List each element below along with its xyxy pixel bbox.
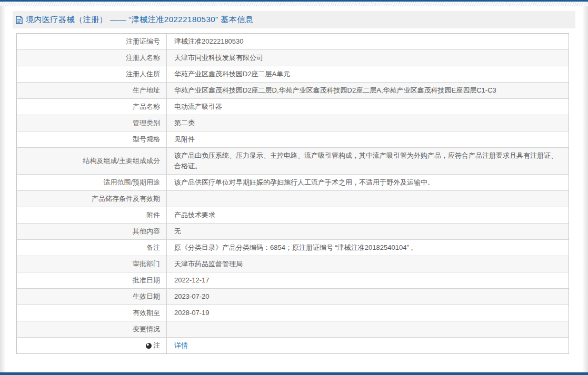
row-label: 注册证编号 [17,34,167,49]
table-row: 结构及组成/主要组成成分 该产品由负压系统、压力显示、主控电路、流产吸引管构成，… [17,147,569,174]
table-row: 有效期至 2028-07-19 [17,305,569,321]
row-value: 华苑产业区鑫茂科技园D2座二层A单元 [167,66,569,82]
row-label: 生效日期 [17,289,167,305]
table-row: 备注 原《分类目录》产品分类编码：6854；原注册证编号 “津械注准201825… [17,239,569,256]
row-value [167,191,569,207]
row-value: 天津市药品监督管理局 [167,256,569,272]
right-edge-shadow [582,6,588,372]
table-row: 型号规格 见附件 [17,131,569,147]
table-row: 其他内容 无 [17,223,569,239]
note-bullet-icon [146,343,152,349]
row-label: 适用范围/预期用途 [17,175,167,190]
table-row: 注册人名称 天津市同业科技发展有限公司 [17,49,569,66]
row-label: 生产地址 [17,83,167,98]
row-label: 管理类别 [17,115,167,131]
row-label: 批准日期 [17,272,167,288]
row-value: 2022-12-17 [167,272,569,288]
table-row: 适用范围/预期用途 该产品供医疗单位对早期妊娠的孕妇施行人工流产手术之用，不适用… [17,174,569,190]
table-row: 审批部门 天津市药品监督管理局 [17,256,569,272]
row-value: 2023-07-20 [167,289,569,305]
row-value: 产品技术要求 [167,207,569,223]
table-row: 附件 产品技术要求 [17,207,569,223]
row-label: 注册人住所 [17,66,167,82]
row-value: 详情 [167,338,569,353]
row-value: 无 [167,224,569,239]
row-label: 其他内容 [17,224,167,239]
row-label: 审批部门 [17,256,167,272]
row-label: 备注 [17,240,167,256]
row-value: 2028-07-19 [167,305,569,321]
row-label: 注册人名称 [17,50,167,66]
top-striped-band [0,2,588,6]
row-value: 电动流产吸引器 [167,99,569,115]
page-title: 境内医疗器械（注册） —— “津械注准20222180530” 基本信息 [26,15,253,25]
row-label: 结构及组成/主要组成成分 [17,148,167,174]
document-icon [15,16,23,24]
table-row: 产品名称 电动流产吸引器 [17,98,569,115]
row-label: 有效期至 [17,305,167,321]
table-row: 产品储存条件及有效期 [17,190,569,207]
table-row: 管理类别 第二类 [17,115,569,131]
row-value: 该产品供医疗单位对早期妊娠的孕妇施行人工流产手术之用，不适用于野外及运输中。 [167,175,569,190]
table-row: 生产地址 华苑产业区鑫茂科技园D2座二层D,华苑产业区鑫茂科技园D2座二层A,华… [17,82,569,98]
table-row: 批准日期 2022-12-17 [17,272,569,288]
note-label: 注 [153,340,160,351]
details-link[interactable]: 详情 [174,340,188,351]
row-value: 津械注准20222180530 [167,34,569,49]
table-row: 变更情况 [17,321,569,337]
registration-info-table: 注册证编号 津械注准20222180530 注册人名称 天津市同业科技发展有限公… [16,33,569,354]
row-label: 型号规格 [17,131,167,147]
table-row-note: 注 详情 [17,337,569,353]
row-value: 华苑产业区鑫茂科技园D2座二层D,华苑产业区鑫茂科技园D2座二层A,华苑产业区鑫… [167,83,569,98]
row-label: 附件 [17,207,167,223]
table-row: 注册人住所 华苑产业区鑫茂科技园D2座二层A单元 [17,66,569,82]
row-label: 注 [17,338,167,353]
row-label: 产品储存条件及有效期 [17,191,167,207]
row-value [167,321,569,337]
left-edge-shadow [0,6,6,372]
row-value: 原《分类目录》产品分类编码：6854；原注册证编号 “津械注准201825401… [167,240,569,256]
row-value: 第二类 [167,115,569,131]
row-value: 见附件 [167,131,569,147]
table-row: 注册证编号 津械注准20222180530 [17,34,569,49]
page-header: 境内医疗器械（注册） —— “津械注准20222180530” 基本信息 [13,11,575,28]
row-value: 该产品由负压系统、压力显示、主控电路、流产吸引管构成，其中流产吸引管为外购产品，… [167,148,569,174]
row-label: 变更情况 [17,321,167,337]
table-row: 生效日期 2023-07-20 [17,288,569,305]
row-label: 产品名称 [17,99,167,115]
bottom-frame-line [0,372,588,375]
row-value: 天津市同业科技发展有限公司 [167,50,569,66]
